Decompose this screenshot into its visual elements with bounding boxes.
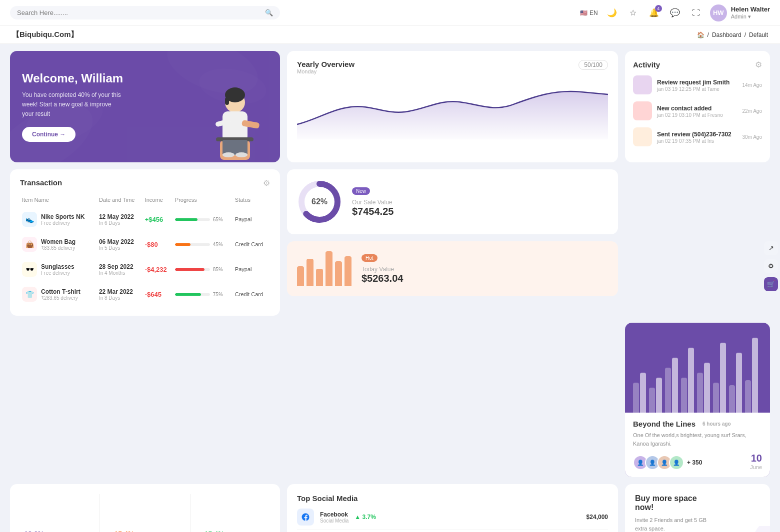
item-income: -$4,232: [143, 257, 173, 282]
social-media-card: Top Social Media Facebook Social Media ▲…: [287, 484, 618, 532]
grid-row2: Transaction ⚙ Item Name Date and Time In…: [0, 169, 780, 477]
social-percent: ▲ 3.7%: [354, 514, 376, 521]
activity-subtitle: jan 02 19 07:35 PM at Iris: [657, 138, 738, 144]
nav-right: 🇺🇸 EN 🌙 ☆ 🔔 4 💬 ⛶ HW Helen Walter Admin …: [580, 4, 770, 21]
beyond-bar: [656, 378, 662, 413]
sale-value-card: 62% New Our Sale Value $7454.25: [287, 169, 618, 234]
sale-badge: New: [352, 187, 370, 195]
beyond-date: 10: [750, 453, 762, 464]
beyond-bar: [704, 363, 710, 413]
transaction-header: Transaction ⚙: [20, 178, 270, 188]
beyond-bar-group: [745, 338, 758, 413]
progress-bar: [175, 293, 210, 296]
progress-bar: [175, 268, 210, 271]
activity-time: 14m Ago: [742, 82, 762, 88]
search-box[interactable]: 🔍: [10, 6, 280, 19]
today-info: Hot Today Value $5263.04: [362, 254, 403, 284]
beyond-bar: [640, 373, 646, 413]
avatar-4: 👤: [669, 455, 684, 470]
user-name: Helen Walter: [731, 5, 770, 13]
col-income: Income: [143, 193, 173, 207]
dark-mode-toggle[interactable]: 🌙: [605, 6, 619, 20]
social-icon: [297, 509, 314, 526]
activity-settings-icon[interactable]: ⚙: [755, 60, 762, 69]
item-sub: Free delivery: [41, 220, 84, 226]
progress-fill: [175, 218, 198, 221]
user-info: Helen Walter Admin ▾: [731, 5, 770, 20]
activity-title: Review request jim Smith: [657, 79, 730, 86]
svg-rect-14: [225, 97, 229, 105]
stat-divider: [100, 494, 100, 532]
item-date-sub: In 5 Days: [99, 245, 141, 251]
progress-fill: [175, 243, 191, 246]
activity-header: Activity ⚙: [633, 60, 762, 69]
transaction-settings-icon[interactable]: ⚙: [263, 178, 270, 188]
messages-icon[interactable]: 💬: [668, 6, 682, 20]
item-sub: ₹83.65 delivery: [41, 245, 76, 251]
item-sub: Free delivery: [41, 270, 74, 276]
buy-title: Buy more space now!: [635, 494, 715, 512]
item-status: Paypal: [233, 257, 270, 282]
beyond-bar: [697, 373, 703, 413]
stat-item: +13.6% Total Investment $7454.25: [20, 530, 90, 532]
brand-logo[interactable]: 【Biqubiqu.Com】: [12, 30, 78, 39]
expand-icon[interactable]: ⛶: [689, 6, 703, 20]
dashboard-link[interactable]: Dashboard: [712, 31, 742, 38]
beyond-bar: [713, 383, 719, 413]
favorites-icon[interactable]: ☆: [626, 6, 640, 20]
progress-bar: [175, 218, 210, 221]
buy-space-card: Buy more space now! Invite 2 Friends and…: [625, 484, 770, 532]
beyond-date-area: 10 June: [750, 453, 762, 470]
svg-rect-5: [222, 111, 248, 141]
today-badge: Hot: [362, 254, 378, 262]
item-sub: ₹283.65 delivery: [41, 295, 80, 301]
beyond-card: Beyond the Lines 6 hours ago One Of the …: [625, 323, 770, 477]
language-label: EN: [590, 9, 598, 16]
activity-avatar: [633, 75, 652, 94]
progress-bar: [175, 243, 210, 246]
item-name: Nike Sports NK: [41, 213, 84, 220]
today-value-card: Hot Today Value $5263.04: [287, 241, 618, 296]
activity-title: Activity: [633, 60, 660, 69]
top-navigation: 🔍 🇺🇸 EN 🌙 ☆ 🔔 4 💬 ⛶ HW Helen Walter Admi…: [0, 0, 780, 26]
notification-badge: 4: [655, 5, 662, 12]
beyond-bar-group: [697, 363, 710, 413]
beyond-bar-group: [649, 378, 662, 413]
home-icon[interactable]: 🏠: [697, 31, 704, 38]
flag-icon: 🇺🇸: [580, 9, 588, 16]
item-income: -$80: [143, 232, 173, 257]
activity-avatar: [633, 127, 652, 146]
buy-illustration: [710, 526, 770, 532]
beyond-bar-group: [681, 348, 694, 413]
beyond-bar-group: [633, 373, 646, 413]
stats-card: +13.6% Total Investment $7454.25 +15.4% …: [10, 484, 280, 532]
progress-pct: 45%: [213, 242, 223, 247]
table-row: 👜 Women Bag ₹83.65 delivery 06 May 2022 …: [20, 232, 270, 257]
table-row: 👟 Nike Sports NK Free delivery 12 May 20…: [20, 207, 270, 232]
item-date: 06 May 2022: [99, 238, 141, 245]
stat-percent: +13.6%: [20, 530, 90, 532]
item-date-sub: In 6 Days: [99, 220, 141, 226]
search-input[interactable]: [17, 9, 261, 16]
beyond-bar: [633, 383, 639, 413]
progress-pct: 65%: [213, 217, 223, 222]
breadcrumb-bar: 【Biqubiqu.Com】 🏠 / Dashboard / Default: [0, 26, 780, 44]
activity-info: Review request jim Smith jan 03 19 12:25…: [657, 78, 738, 92]
yearly-chart: [297, 79, 608, 139]
beyond-avatars: 👤 👤 👤 👤: [633, 455, 684, 470]
bottom-grid: +13.6% Total Investment $7454.25 +15.4% …: [0, 484, 780, 532]
bar-item: [306, 259, 314, 286]
social-name: Facebook: [320, 511, 348, 518]
beyond-month: June: [750, 464, 762, 470]
language-selector[interactable]: 🇺🇸 EN: [580, 9, 598, 16]
yearly-title-area: Yearly Overview Monday: [297, 60, 354, 74]
social-title: Top Social Media: [297, 494, 358, 503]
beyond-info: Beyond the Lines 6 hours ago One Of the …: [625, 413, 770, 477]
user-menu[interactable]: HW Helen Walter Admin ▾: [710, 4, 770, 21]
beyond-bar: [665, 368, 671, 413]
beyond-bar: [752, 338, 758, 413]
beyond-bar-group: [729, 353, 742, 413]
beyond-bar: [649, 388, 655, 413]
item-name: Sunglasses: [41, 263, 74, 270]
notifications-icon[interactable]: 🔔 4: [647, 6, 661, 20]
